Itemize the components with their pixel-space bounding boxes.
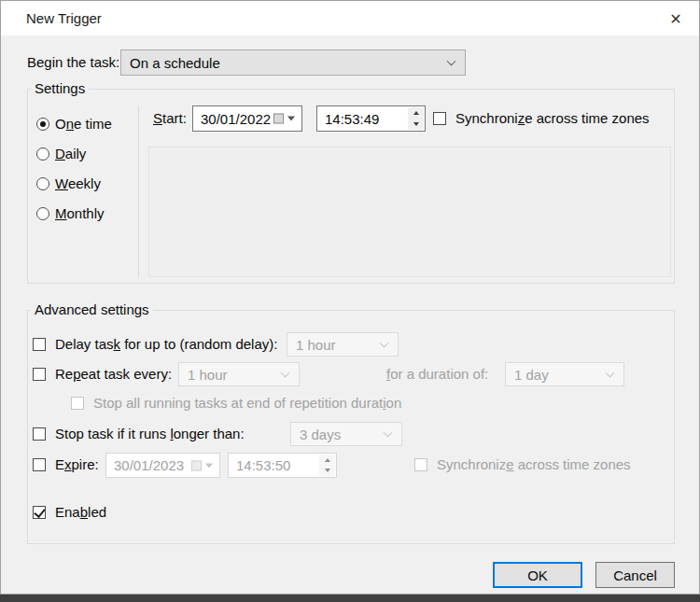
ok-button[interactable]: OK (493, 562, 582, 588)
stop-task-duration-select: 3 days (290, 422, 402, 446)
start-date-input[interactable]: 30/01/2022 (192, 105, 302, 132)
begin-task-select[interactable]: On a schedule (120, 49, 466, 76)
start-time-input[interactable]: 14:53:49 (316, 105, 426, 132)
spinner-down-icon[interactable] (408, 119, 424, 130)
repeat-interval-value: 1 hour (188, 367, 228, 383)
settings-separator (138, 106, 139, 277)
titlebar: New Trigger (1, 1, 699, 35)
schedule-options-panel (148, 147, 671, 277)
delay-duration-select: 1 hour (287, 332, 399, 357)
spinner-down-icon (319, 466, 335, 477)
spinner-up-icon[interactable] (408, 107, 424, 119)
advanced-settings-group-label: Advanced settings (31, 301, 153, 317)
cancel-button[interactable]: Cancel (595, 562, 675, 588)
expire-time-input: 14:53:50 (228, 453, 337, 478)
radio-daily[interactable] (36, 147, 49, 161)
date-picker-icon (191, 460, 213, 470)
chevron-down-icon (281, 369, 290, 378)
sync-timezones-checkbox[interactable] (433, 112, 446, 125)
stop-task-label[interactable]: Stop task if it runs longer than: (55, 426, 245, 441)
expire-sync-timezones-label: Synchronize across time zones (437, 456, 631, 472)
chevron-down-icon (606, 369, 615, 378)
radio-daily-label[interactable]: Daily (55, 146, 86, 161)
close-icon: ✕ (669, 10, 681, 28)
expire-time-value: 14:53:50 (236, 457, 290, 473)
repeat-interval-select: 1 hour (178, 362, 300, 386)
repeat-task-label[interactable]: Repeat task every: (55, 366, 172, 382)
expire-date-input: 30/01/2023 (105, 453, 220, 478)
radio-monthly[interactable] (36, 207, 49, 220)
radio-monthly-label[interactable]: Monthly (55, 205, 105, 221)
chevron-down-icon (384, 428, 393, 438)
close-button[interactable]: ✕ (664, 7, 688, 30)
expire-sync-timezones-checkbox (414, 458, 427, 471)
stop-task-checkbox[interactable] (33, 427, 46, 441)
begin-task-value: On a schedule (130, 55, 220, 71)
duration-value: 1 day (514, 367, 549, 383)
radio-weekly[interactable] (36, 177, 49, 190)
stop-all-tasks-label: Stop all running tasks at end of repetit… (93, 395, 401, 411)
new-trigger-dialog: New Trigger ✕ Begin the task: On a sched… (0, 0, 700, 595)
repeat-task-checkbox[interactable] (33, 368, 46, 381)
spinner-up-icon (319, 455, 335, 466)
delay-duration-value: 1 hour (296, 337, 336, 353)
delay-task-checkbox[interactable] (33, 338, 46, 351)
radio-weekly-label[interactable]: Weekly (55, 175, 101, 191)
enabled-label[interactable]: Enabled (55, 504, 106, 520)
window-title: New Trigger (26, 10, 102, 26)
background-window-edge (0, 595, 700, 602)
duration-label: for a duration of: (386, 366, 488, 382)
start-date-value: 30/01/2022 (201, 111, 271, 127)
stop-task-duration-value: 3 days (300, 427, 341, 442)
enabled-checkbox[interactable] (33, 506, 46, 519)
expire-checkbox[interactable] (33, 458, 46, 471)
begin-task-label: Begin the task: (27, 54, 119, 70)
radio-one-time[interactable] (36, 118, 49, 131)
start-label: Start: (153, 110, 187, 126)
delay-task-label[interactable]: Delay task for up to (random delay): (55, 336, 277, 352)
chevron-down-icon (447, 57, 456, 66)
start-time-spinner (408, 107, 424, 130)
expire-date-value: 30/01/2023 (114, 457, 184, 473)
duration-select: 1 day (505, 362, 624, 386)
start-time-value: 14:53:49 (325, 111, 379, 127)
date-picker-icon[interactable] (273, 114, 295, 124)
settings-group-label: Settings (31, 80, 89, 96)
chevron-down-icon (380, 339, 389, 348)
expire-label[interactable]: Expire: (55, 456, 99, 472)
expire-time-spinner (319, 455, 335, 476)
sync-timezones-label[interactable]: Synchronize across time zones (455, 110, 650, 126)
radio-one-time-label[interactable]: One time (55, 116, 112, 132)
stop-all-tasks-checkbox (71, 397, 84, 410)
